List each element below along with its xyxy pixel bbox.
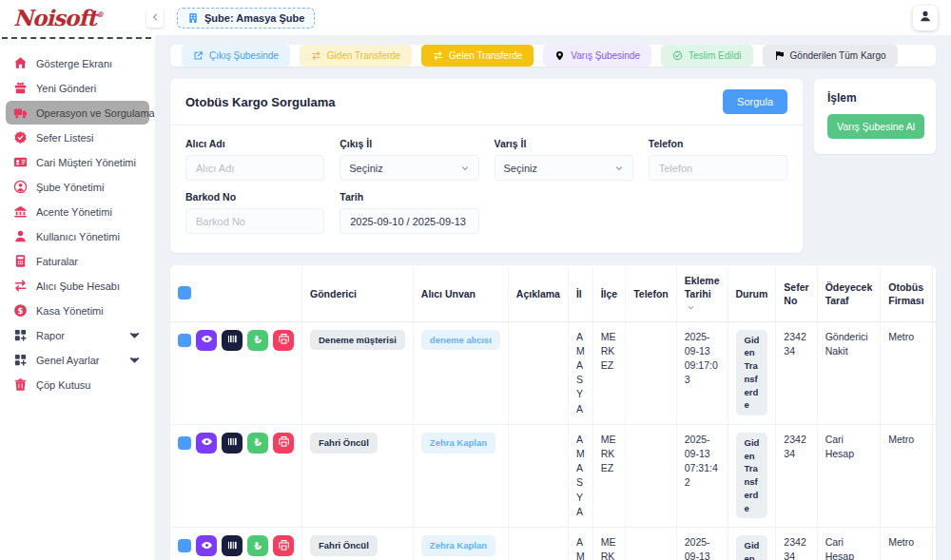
chevron-down-icon <box>614 164 624 173</box>
filter-teslim-edildi[interactable]: Teslim Edildi <box>661 45 753 67</box>
cell-otobus_firmasi: Metro <box>881 321 932 424</box>
sidebar-item-cari-musteri-yonetimi[interactable]: Cari Müşteri Yönetimi <box>6 150 149 174</box>
building-icon <box>187 12 199 24</box>
col-header-alici_unvan: Alıcı Unvan <box>413 267 508 321</box>
take-to-arrival-branch-button[interactable]: Varış Şubesine Al <box>827 114 924 139</box>
sidebar-item-cop-kutusu[interactable]: Çöp Kutusu <box>6 373 149 396</box>
sidebar-item-genel-ayarlar[interactable]: Genel Ayarlar <box>6 348 149 372</box>
user-circle-icon <box>13 180 28 194</box>
chevron-down-icon <box>687 303 695 312</box>
filter-label: Giden Transferde <box>327 50 400 61</box>
col-header-label: Durum <box>736 288 768 299</box>
row-action-barcode-button[interactable] <box>222 330 243 351</box>
cell-il: AMASYA <box>568 424 592 527</box>
cell-value: Metro <box>888 331 914 342</box>
row-action-print-button[interactable] <box>273 433 294 454</box>
cell-value: Cari Hesap <box>825 434 854 459</box>
filter-cikis-subesinde[interactable]: Çıkış Şubesinde <box>182 45 290 67</box>
row-action-view-button[interactable] <box>196 535 217 556</box>
row-action-money-button[interactable]: ₺ <box>247 433 268 454</box>
cell-gonderici: Fahri Öncül <box>302 528 414 560</box>
transfer-arrows-icon <box>433 50 443 61</box>
sidebar-item-yeni-gonderi[interactable]: Yeni Gönderi <box>6 76 149 100</box>
person-icon <box>919 10 932 26</box>
varis-il-select[interactable]: Seçiniz <box>495 155 633 181</box>
user-avatar-button[interactable] <box>913 6 938 30</box>
filter-label: Varış Şubesinde <box>571 50 640 61</box>
row-action-print-button[interactable] <box>273 535 294 556</box>
row-action-view-button[interactable] <box>196 330 217 351</box>
logo[interactable]: Noisoft® <box>0 0 155 35</box>
sidebar-item-kullanici-yonetimi[interactable]: Kullanıcı Yönetimi <box>6 224 149 248</box>
logo-divider <box>2 37 151 39</box>
sidebar-item-kasa-yonetimi[interactable]: $Kasa Yönetimi <box>6 299 149 322</box>
row-tools: ₺ <box>178 330 294 351</box>
notifications-bell-icon[interactable] <box>885 10 900 25</box>
cell-odeyecek_taraf: Cari Hesap <box>817 528 881 560</box>
cell-value: 2025-09-13 07:31:42 <box>685 536 718 560</box>
filter-gonderilen-tum-kargo[interactable]: Gönderilen Tüm Kargo <box>763 45 898 67</box>
cell-ilce: MERKEZ <box>592 321 626 424</box>
filter-label: Gelen Transferde <box>449 50 522 61</box>
table-header-row: GöndericiAlıcı UnvanAçıklamaİlİlçeTelefo… <box>170 267 936 321</box>
svg-text:$: $ <box>18 306 24 316</box>
cargo-table: GöndericiAlıcı UnvanAçıklamaİlİlçeTelefo… <box>170 267 936 560</box>
sidebar-item-label: Çöp Kutusu <box>36 379 90 391</box>
alici-adi-input[interactable] <box>185 155 324 181</box>
sidebar-item-sube-yonetimi[interactable]: Şube Yönetimi <box>6 175 149 199</box>
cell-ilce: MERKEZ <box>592 528 626 560</box>
filter-giden-transferde[interactable]: Giden Transferde <box>300 45 412 67</box>
filter-gelen-transferde[interactable]: Gelen Transferde <box>421 45 534 67</box>
col-header-select <box>170 267 302 321</box>
sidebar-item-gosterge-ekrani[interactable]: Gösterge Ekranı <box>6 51 149 75</box>
filter-varis-subesinde[interactable]: Varış Şubesinde <box>543 45 651 67</box>
sidebar-item-label: Şube Yönetimi <box>36 182 104 193</box>
col-header-gonderici: Gönderici <box>302 267 414 321</box>
sidebar-item-operasyon-ve-sorgulama[interactable]: Operasyon ve Sorgulama <box>6 101 149 125</box>
barkod-no-input[interactable] <box>185 208 324 234</box>
cell-sefer_no: 234234 <box>776 321 817 424</box>
cell-sefer_no: 234234 <box>776 528 817 560</box>
tarih-input[interactable] <box>340 208 478 234</box>
sidebar-item-acente-yonetimi[interactable]: Acente Yönetimi <box>6 200 149 223</box>
row-action-money-button[interactable]: ₺ <box>247 330 268 351</box>
cell-value: 2025-09-13 09:17:03 <box>685 331 718 386</box>
chevron-down-icon <box>460 164 470 173</box>
row-action-print-button[interactable] <box>273 330 294 351</box>
row-tools: ₺ <box>178 433 294 454</box>
sidebar-collapse-button[interactable] <box>146 9 164 28</box>
sidebar-item-alici-sube-hesabi[interactable]: Alıcı Şube Hesabı <box>6 274 149 298</box>
sidebar-item-sefer-listesi[interactable]: Sefer Listesi <box>6 126 149 149</box>
sidebar-item-label: Acente Yönetimi <box>36 206 112 218</box>
row-checkbox[interactable] <box>178 436 191 450</box>
row-checkbox[interactable] <box>178 334 191 347</box>
row-action-money-button[interactable]: ₺ <box>247 535 268 556</box>
row-checkbox[interactable] <box>178 539 191 552</box>
query-submit-button[interactable]: Sorgula <box>723 89 787 114</box>
telefon-input[interactable] <box>649 155 787 181</box>
chevron-down-icon <box>127 353 142 367</box>
alici_unvan-badge: Zehra Kaplan <box>421 433 495 454</box>
col-header-ekleme_tarihi[interactable]: Ekleme Tarihi <box>676 267 728 321</box>
field-label: Barkod No <box>185 191 324 203</box>
row-action-barcode-button[interactable] <box>222 535 243 556</box>
sidebar-item-faturalar[interactable]: Faturalar <box>6 249 149 273</box>
alici_unvan-badge: deneme alıcısı <box>421 330 500 351</box>
alici_unvan-badge: Zehra Kaplan <box>421 535 495 556</box>
row-tools-cell: ₺ <box>170 528 302 560</box>
durum-badge: Giden Transferde <box>736 330 768 416</box>
row-action-view-button[interactable] <box>196 433 217 454</box>
table-row: ₺Fahri ÖncülZehra KaplanAMASYAMERKEZ2025… <box>170 424 936 527</box>
cell-ilce: MERKEZ <box>592 424 626 527</box>
select-all-checkbox[interactable] <box>178 286 191 299</box>
cikis-il-select[interactable]: Seçiniz <box>340 155 478 181</box>
branch-badge[interactable]: Şube: Amasya Şube <box>177 8 315 29</box>
registered-mark: ® <box>96 10 103 19</box>
cell-otobus_firmasi: Metro <box>881 424 932 527</box>
table-row: ₺Deneme müşterisideneme alıcısıAMASYAMER… <box>170 321 936 424</box>
sidebar-item-rapor[interactable]: Rapor <box>6 323 149 347</box>
cell-value: AMASYA <box>576 434 585 517</box>
row-action-barcode-button[interactable] <box>222 433 243 454</box>
truck-icon <box>13 106 28 120</box>
gift-icon <box>13 81 28 95</box>
